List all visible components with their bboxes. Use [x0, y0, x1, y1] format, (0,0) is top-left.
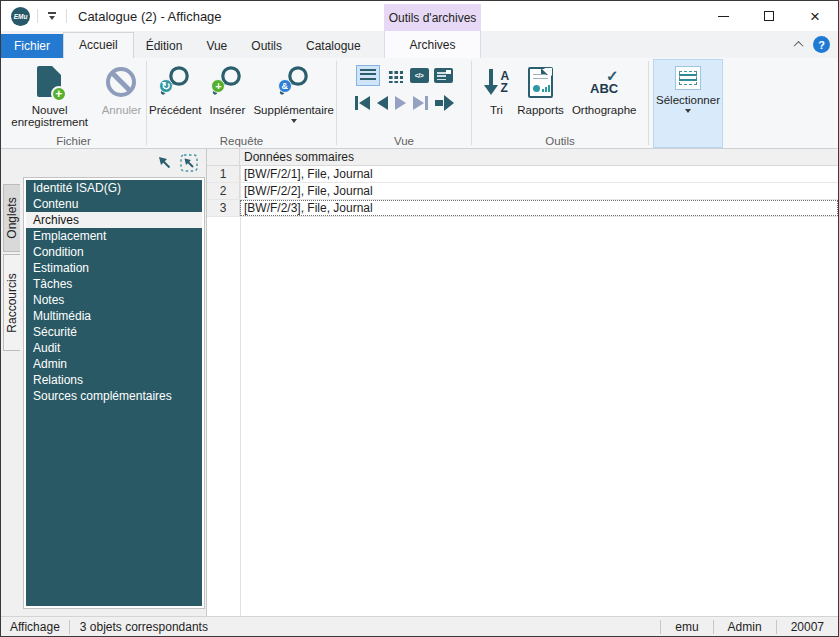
- status-port: 20007: [777, 620, 838, 634]
- tab-catalogue[interactable]: Catalogue: [294, 34, 373, 58]
- titlebar-separator: [66, 9, 67, 23]
- side-tab-strip: Onglets Raccourcis: [1, 149, 20, 616]
- previous-label: Précédent: [149, 104, 201, 116]
- sidebar-item-audit[interactable]: Audit: [26, 340, 202, 356]
- chevron-down-icon: [291, 119, 297, 123]
- row-number[interactable]: 2: [207, 183, 240, 199]
- records-table: Données sommaires 1 [BW/F/2/1], File, Jo…: [206, 149, 838, 616]
- sidebar-item-securite[interactable]: Sécurité: [26, 324, 202, 340]
- code-view-button[interactable]: </>: [410, 68, 429, 83]
- table-row-focused[interactable]: 3 [BW/F/2/3], File, Journal: [207, 200, 838, 217]
- row-number[interactable]: 3: [207, 200, 240, 216]
- summary-cell[interactable]: [BW/F/2/1], File, Journal: [240, 166, 838, 182]
- sidebar-item-notes[interactable]: Notes: [26, 292, 202, 308]
- additional-label: Supplémentaire: [253, 104, 334, 116]
- sidebar-item-identite-isadg[interactable]: Identité ISAD(G): [26, 180, 202, 196]
- titlebar: EMu Catalogue (2) - Affichage Outils d'a…: [1, 1, 838, 31]
- sidebar-item-emplacement[interactable]: Emplacement: [26, 228, 202, 244]
- sidebar-item-condition[interactable]: Condition: [26, 244, 202, 260]
- row-number-header: [207, 149, 240, 165]
- search-previous-icon: ↻: [157, 64, 193, 100]
- emu-logo-text: EMu: [14, 13, 28, 20]
- help-button[interactable]: ?: [813, 36, 830, 53]
- sort-label: Tri: [490, 104, 503, 116]
- maximize-button[interactable]: [746, 1, 792, 31]
- next-record-button: [395, 96, 406, 110]
- previous-query-button[interactable]: ↻ Précédent: [145, 61, 205, 117]
- minimize-icon: [718, 16, 729, 17]
- side-tab-onglets[interactable]: Onglets: [3, 184, 20, 252]
- insert-label: Insérer: [210, 104, 246, 116]
- status-bar: Affichage 3 objets correspondants emu Ad…: [1, 616, 838, 636]
- minimize-button[interactable]: [700, 1, 746, 31]
- maximize-icon: [764, 11, 774, 21]
- group-separator: [648, 61, 649, 145]
- window-controls: ×: [700, 1, 838, 31]
- group-label-requete: Requête: [147, 135, 336, 147]
- sidebar-item-multimedia[interactable]: Multimédia: [26, 308, 202, 324]
- select-rows-iconbox: [675, 66, 701, 90]
- column-header-donnees-sommaires[interactable]: Données sommaires: [240, 149, 354, 165]
- sidebar-item-relations[interactable]: Relations: [26, 372, 202, 388]
- tab-archives[interactable]: Archives: [384, 31, 481, 58]
- sidebar-item-taches[interactable]: Tâches: [26, 276, 202, 292]
- summary-cell[interactable]: [BW/F/2/3], File, Journal: [240, 200, 838, 216]
- spelling-label: Orthographe: [572, 104, 637, 116]
- last-record-button: [413, 96, 428, 110]
- new-record-icon: +: [37, 66, 63, 99]
- first-record-button[interactable]: [355, 96, 370, 110]
- select-all-arrow-icon[interactable]: [180, 154, 198, 172]
- additional-query-button[interactable]: & Supplémentaire: [249, 61, 338, 124]
- pointer-arrow-icon[interactable]: [157, 155, 173, 171]
- summary-cell[interactable]: [BW/F/2/2], File, Journal: [240, 183, 838, 199]
- tab-accueil[interactable]: Accueil: [63, 32, 134, 58]
- group-label-fichier: Fichier: [1, 135, 146, 147]
- tab-outils[interactable]: Outils: [239, 34, 294, 58]
- tab-edition[interactable]: Édition: [134, 34, 195, 58]
- reports-label: Rapports: [517, 104, 564, 116]
- goto-record-button[interactable]: [435, 95, 454, 111]
- status-mode: Affichage: [1, 620, 69, 634]
- ribbon-group-vue: </> Vue: [337, 58, 471, 148]
- detail-view-button[interactable]: [434, 68, 453, 83]
- table-row[interactable]: 2 [BW/F/2/2], File, Journal: [207, 183, 838, 200]
- report-document-icon: [528, 67, 553, 98]
- group-label-vue: Vue: [337, 135, 471, 147]
- status-user: Admin: [714, 620, 776, 634]
- previous-record-button[interactable]: [377, 96, 388, 110]
- sidebar: Identité ISAD(G) Contenu Archives Emplac…: [20, 149, 206, 616]
- sidebar-item-admin[interactable]: Admin: [26, 356, 202, 372]
- sort-button[interactable]: AZ Tri: [480, 61, 514, 117]
- select-button[interactable]: Sélectionner: [653, 59, 723, 148]
- close-button[interactable]: ×: [792, 1, 838, 31]
- sidebar-item-archives[interactable]: Archives: [26, 212, 202, 228]
- cancel-button: Annuler: [98, 61, 146, 117]
- sidebar-item-sources-complementaires[interactable]: Sources complémentaires: [26, 388, 202, 404]
- row-number[interactable]: 1: [207, 166, 240, 182]
- close-icon: ×: [810, 8, 820, 25]
- status-server: emu: [661, 620, 712, 634]
- insert-query-button[interactable]: + Insérer: [205, 61, 249, 117]
- emu-app-menu-icon[interactable]: EMu: [11, 7, 30, 26]
- reports-button[interactable]: Rapports: [513, 61, 568, 117]
- sidebar-tab-list: Identité ISAD(G) Contenu Archives Emplac…: [26, 180, 202, 606]
- cancel-icon: [106, 67, 136, 97]
- sidebar-item-estimation[interactable]: Estimation: [26, 260, 202, 276]
- tab-vue[interactable]: Vue: [194, 34, 239, 58]
- ribbon-group-requete: ↻ Précédent + Insérer: [147, 58, 336, 148]
- spelling-button[interactable]: ✓ ABC Orthographe: [568, 61, 641, 117]
- grid-view-button[interactable]: [387, 69, 403, 83]
- search-additional-icon: &: [276, 64, 312, 100]
- search-insert-icon: +: [209, 64, 245, 100]
- status-right: emu Admin 20007: [660, 617, 838, 636]
- table-row[interactable]: 1 [BW/F/2/1], File, Journal: [207, 166, 838, 183]
- new-record-button[interactable]: + Nouvel enregistrement: [2, 61, 98, 129]
- quick-access-dropdown-icon[interactable]: [45, 12, 59, 20]
- plus-badge-icon: +: [51, 86, 67, 102]
- sidebar-item-contenu[interactable]: Contenu: [26, 196, 202, 212]
- tab-fichier[interactable]: Fichier: [1, 34, 63, 58]
- list-view-button[interactable]: [356, 65, 380, 86]
- collapse-ribbon-icon[interactable]: [794, 41, 804, 51]
- ribbon: + Nouvel enregistrement Annuler Fichier: [1, 58, 838, 149]
- side-tab-raccourcis[interactable]: Raccourcis: [3, 254, 20, 351]
